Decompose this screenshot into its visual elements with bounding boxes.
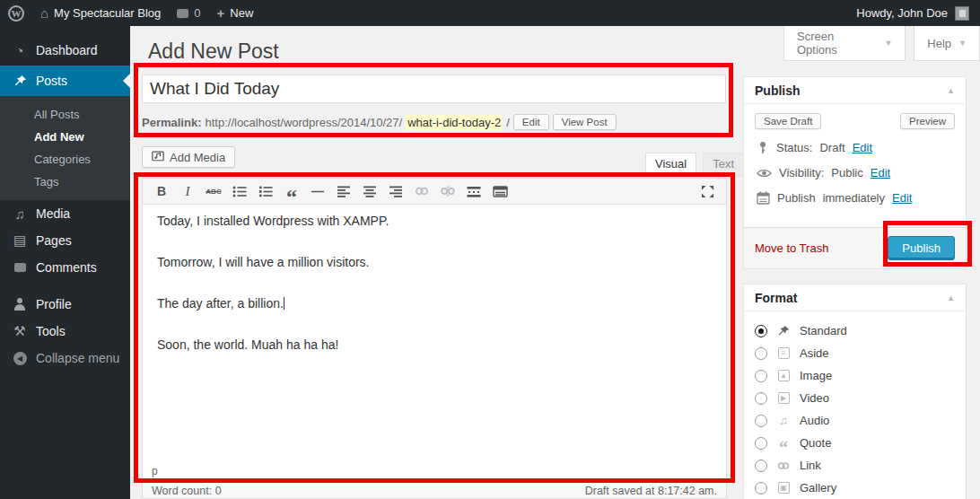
editor-toolbar: B I ABC “ — — [143, 179, 726, 205]
site-name-link[interactable]: ⌂ My Spectacular Blog — [32, 0, 169, 26]
align-left-icon[interactable] — [334, 181, 354, 201]
format-option-gallery[interactable]: ▣ Gallery — [755, 477, 955, 499]
bold-icon[interactable]: B — [152, 181, 171, 201]
sidebar-item-categories[interactable]: Categories — [0, 148, 130, 171]
sidebar-item-profile[interactable]: Profile — [0, 291, 130, 318]
quote-icon: “ — [775, 437, 792, 450]
italic-icon[interactable]: I — [178, 181, 197, 201]
home-icon: ⌂ — [40, 6, 48, 20]
radio-unchecked[interactable] — [755, 347, 767, 360]
sidebar-item-posts[interactable]: Posts — [0, 66, 130, 96]
sidebar-item-all-posts[interactable]: All Posts — [0, 103, 130, 126]
strikethrough-icon[interactable]: ABC — [204, 181, 223, 201]
calendar-icon — [757, 191, 770, 205]
sidebar-item-comments[interactable]: Comments — [0, 254, 130, 281]
image-icon: ▲ — [775, 370, 792, 381]
sidebar-separator — [0, 281, 130, 291]
wordpress-menu[interactable]: W — [0, 0, 32, 26]
tab-visual[interactable]: Visual — [645, 153, 696, 177]
pushpin-icon — [775, 325, 792, 337]
edit-permalink-button[interactable]: Edit — [513, 114, 549, 130]
visibility-row: Visibility: Public Edit — [757, 166, 953, 179]
new-content-menu[interactable]: + New — [209, 0, 262, 26]
link-icon[interactable] — [412, 181, 432, 201]
radio-unchecked[interactable] — [755, 437, 767, 450]
fullscreen-icon[interactable] — [697, 181, 717, 201]
sidebar-item-tags[interactable]: Tags — [0, 171, 130, 193]
sidebar-item-collapse-menu[interactable]: ◀ Collapse menu — [0, 345, 130, 372]
format-option-video[interactable]: ▶ Video — [755, 387, 955, 409]
publish-box-header[interactable]: Publish ▲ — [744, 77, 966, 104]
account-menu[interactable]: Howdy, John Doe — [856, 6, 980, 21]
add-media-icon — [152, 150, 164, 164]
move-to-trash-link[interactable]: Move to Trash — [755, 241, 828, 255]
format-option-quote[interactable]: “ Quote — [755, 432, 955, 454]
more-tag-icon[interactable] — [464, 181, 484, 201]
editor-status-bar: Word count: 0 Draft saved at 8:17:42 am. — [142, 483, 727, 499]
radio-checked[interactable] — [755, 325, 767, 337]
chevron-down-icon: ▼ — [884, 39, 892, 48]
collapse-triangle-icon[interactable]: ▲ — [947, 86, 955, 95]
permalink-trailing-slash: / — [506, 116, 510, 129]
screen-options-button[interactable]: Screen Options ▼ — [783, 26, 906, 61]
radio-unchecked[interactable] — [755, 370, 767, 382]
bulleted-list-icon[interactable] — [230, 181, 249, 201]
media-icon: ♫ — [12, 206, 28, 222]
blockquote-icon[interactable]: “ — [282, 181, 302, 201]
post-title-input[interactable] — [142, 74, 726, 103]
sidebar-item-tools[interactable]: ⚒ Tools — [0, 318, 130, 345]
tab-text[interactable]: Text — [703, 153, 744, 177]
unlink-icon[interactable] — [438, 181, 458, 201]
radio-unchecked[interactable] — [755, 415, 767, 427]
pages-icon: ▤ — [12, 232, 28, 249]
edit-status-link[interactable]: Edit — [853, 141, 872, 154]
format-box: Format ▲ Standard ≡ Aside ▲ Image ▶ — [743, 284, 967, 499]
text-cursor — [284, 297, 284, 310]
wordpress-logo-icon: W — [8, 5, 24, 22]
collapse-triangle-icon[interactable]: ▲ — [947, 293, 955, 302]
dashboard-icon: ◔ — [12, 43, 28, 58]
format-option-standard[interactable]: Standard — [755, 320, 955, 342]
radio-unchecked[interactable] — [755, 482, 767, 495]
permalink-row: Permalink: http://localhost/wordpress/20… — [142, 111, 734, 133]
sidebar-item-add-new[interactable]: Add New — [0, 126, 130, 148]
toolbar-toggle-icon[interactable] — [490, 181, 510, 201]
comments-link[interactable]: 0 — [169, 0, 208, 26]
sidebar-item-pages[interactable]: ▤ Pages — [0, 227, 130, 254]
publish-box: Publish ▲ Save Draft Preview Status: Dra… — [743, 76, 967, 269]
plus-icon: + — [217, 6, 225, 20]
status-row: Status: Draft Edit — [757, 141, 953, 154]
align-center-icon[interactable] — [360, 181, 380, 201]
format-option-image[interactable]: ▲ Image — [755, 364, 955, 387]
format-option-aside[interactable]: ≡ Aside — [755, 342, 955, 364]
radio-unchecked[interactable] — [755, 460, 767, 472]
align-right-icon[interactable] — [386, 181, 406, 201]
format-option-audio[interactable]: ♫ Audio — [755, 409, 955, 432]
add-media-button[interactable]: Add Media — [142, 146, 235, 168]
sidebar-item-label: Comments — [36, 260, 97, 275]
preview-button[interactable]: Preview — [900, 113, 955, 129]
permalink-slug[interactable]: what-i-did-today-2 — [406, 115, 503, 130]
comments-bubble-icon — [177, 9, 188, 18]
sidebar-item-label: Profile — [36, 297, 72, 311]
sidebar-item-media[interactable]: ♫ Media — [0, 200, 130, 227]
format-box-header[interactable]: Format ▲ — [744, 285, 966, 311]
publish-button[interactable]: Publish — [888, 236, 955, 260]
editor-content-area[interactable]: Today, I installed Wordpress with XAMPP.… — [143, 206, 726, 462]
help-button[interactable]: Help ▼ — [914, 26, 980, 61]
save-draft-button[interactable]: Save Draft — [755, 113, 821, 129]
radio-unchecked[interactable] — [755, 392, 767, 405]
edit-schedule-link[interactable]: Edit — [892, 191, 912, 205]
horizontal-rule-icon[interactable]: — — [308, 181, 328, 201]
paragraph: The day after, a billion. — [157, 296, 712, 311]
sidebar-item-dashboard[interactable]: ◔ Dashboard — [0, 35, 130, 66]
format-box-body: Standard ≡ Aside ▲ Image ▶ Video ♫ Audio — [744, 311, 966, 499]
person-icon — [12, 298, 28, 311]
numbered-list-icon[interactable] — [256, 181, 276, 201]
view-post-button[interactable]: View Post — [553, 114, 617, 130]
eye-icon — [757, 168, 772, 179]
format-option-link[interactable]: Link — [755, 454, 955, 477]
edit-visibility-link[interactable]: Edit — [871, 166, 890, 179]
sidebar-item-label: Collapse menu — [36, 351, 119, 365]
paragraph: Tomorrow, I will have a million visitors… — [157, 255, 712, 270]
